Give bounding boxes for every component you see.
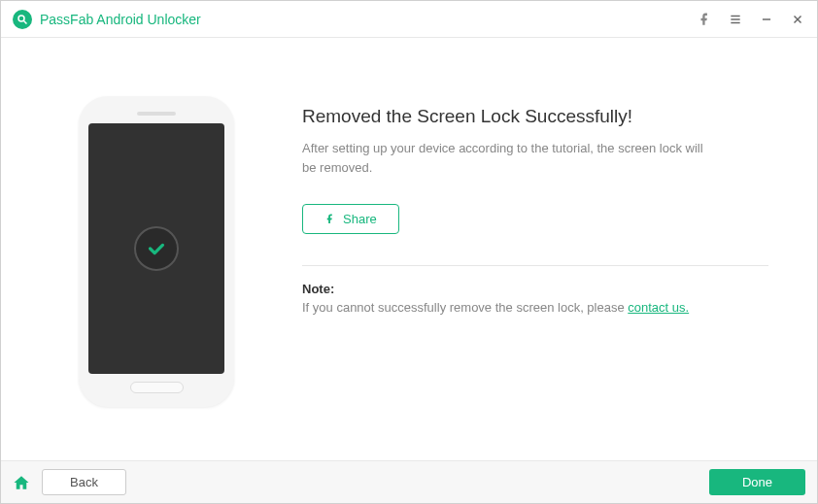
note-body: If you cannot successfully remove the sc… xyxy=(302,300,628,315)
svg-line-1 xyxy=(24,20,27,23)
facebook-icon[interactable] xyxy=(697,12,712,27)
headline: Removed the Screen Lock Successfully! xyxy=(302,106,768,127)
checkmark-icon xyxy=(134,226,179,271)
note-title: Note: xyxy=(302,282,768,296)
share-label: Share xyxy=(343,212,377,226)
share-button[interactable]: Share xyxy=(302,204,399,234)
done-button[interactable]: Done xyxy=(709,469,805,495)
home-icon[interactable] xyxy=(13,474,30,491)
content-column: Removed the Screen Lock Successfully! Af… xyxy=(302,77,768,441)
contact-us-link[interactable]: contact us. xyxy=(628,300,689,315)
phone-column xyxy=(50,77,263,441)
minimize-icon[interactable] xyxy=(759,12,774,27)
facebook-share-icon xyxy=(324,213,335,225)
titlebar: PassFab Android Unlocker xyxy=(1,1,817,38)
app-logo xyxy=(13,10,32,29)
svg-point-0 xyxy=(18,16,24,21)
back-button[interactable]: Back xyxy=(42,469,126,495)
app-title: PassFab Android Unlocker xyxy=(40,12,201,27)
close-icon[interactable] xyxy=(790,12,805,27)
phone-illustration xyxy=(79,96,234,407)
divider xyxy=(302,265,768,266)
subtext: After setting up your device according t… xyxy=(302,139,710,177)
main-content: Removed the Screen Lock Successfully! Af… xyxy=(1,38,817,460)
menu-icon[interactable] xyxy=(728,12,743,27)
window-controls xyxy=(697,12,805,27)
title-left: PassFab Android Unlocker xyxy=(13,10,201,29)
footer-left: Back xyxy=(13,469,126,495)
footer: Back Done xyxy=(1,460,817,503)
phone-earpiece xyxy=(137,112,176,116)
note-text: If you cannot successfully remove the sc… xyxy=(302,300,768,315)
phone-home-button xyxy=(130,382,184,393)
phone-screen xyxy=(88,123,224,374)
